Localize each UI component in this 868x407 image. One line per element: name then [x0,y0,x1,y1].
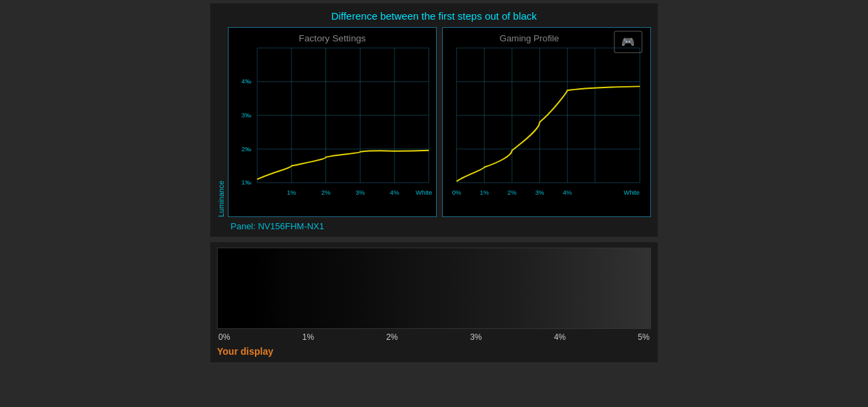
main-container: Difference between the first steps out o… [0,0,868,407]
factory-chart: Factory Settings [228,27,437,217]
svg-text:White: White [624,189,639,196]
x-label-5: 5% [638,332,650,342]
charts-row: Luminance Factory Settings [217,27,651,217]
x-label-0: 0% [218,332,230,342]
svg-text:3%: 3% [535,189,544,196]
display-bar [217,248,651,329]
bottom-section: 0% 1% 2% 3% 4% 5% Your display [210,242,658,362]
svg-text:4%: 4% [563,189,572,196]
outer-wrapper: Difference between the first steps out o… [210,0,658,362]
svg-text:1%: 1% [480,189,489,196]
factory-svg: Factory Settings [229,28,436,216]
svg-text:🎮: 🎮 [621,35,635,48]
svg-text:2%: 2% [507,189,516,196]
gaming-label-text: Gaming Profile [500,33,559,43]
svg-text:1%: 1% [287,189,296,196]
gaming-chart: Gaming Profile 🎮 [442,27,651,217]
svg-text:2‰: 2‰ [241,146,252,153]
x-label-2: 2% [386,332,397,342]
x-label-3: 3% [470,332,481,342]
svg-text:4‰: 4‰ [241,79,252,85]
chart-title: Difference between the first steps out o… [217,10,651,22]
svg-text:1‰: 1‰ [241,180,252,187]
gaming-svg: Gaming Profile 🎮 [443,28,650,216]
display-x-labels: 0% 1% 2% 3% 4% 5% [217,332,651,342]
svg-text:White: White [416,189,432,196]
factory-label: Factory Settings [299,33,366,43]
svg-rect-0 [229,28,436,216]
svg-text:2%: 2% [321,189,331,196]
display-gradient [218,248,650,328]
your-display-label: Your display [217,346,651,357]
charts-area: Factory Settings [228,27,651,217]
svg-text:3‰: 3‰ [241,112,252,119]
panel-info: Panel: NV156FHM-NX1 [217,221,651,231]
x-label-1: 1% [302,332,314,342]
x-label-4: 4% [554,332,566,342]
svg-text:0%: 0% [452,189,461,196]
svg-text:4%: 4% [390,189,399,196]
svg-rect-21 [443,28,650,216]
y-axis-label: Luminance [217,27,225,217]
svg-text:3%: 3% [355,189,365,196]
chart-section: Difference between the first steps out o… [210,3,658,237]
